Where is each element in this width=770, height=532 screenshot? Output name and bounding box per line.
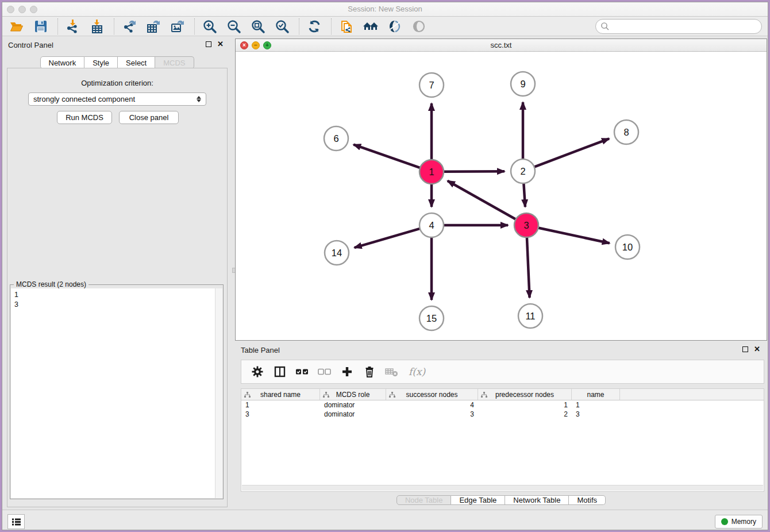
float-panel-icon[interactable] (206, 41, 211, 47)
add-icon[interactable] (340, 365, 354, 379)
graph-node-2[interactable]: 2 (511, 159, 535, 183)
search-box[interactable] (595, 19, 762, 34)
result-line: 3 (14, 300, 219, 310)
toolbar-separator (299, 18, 299, 34)
export-table-icon[interactable] (145, 18, 162, 35)
clone-network-icon[interactable] (338, 18, 355, 35)
node-table: shared name MCDS role successor nodes pr… (241, 388, 764, 492)
hierarchy-icon (389, 392, 395, 398)
graph-node-14[interactable]: 14 (325, 241, 349, 265)
column-header-successor-nodes[interactable]: successor nodes (386, 389, 478, 400)
hierarchy-icon (481, 392, 487, 398)
zoom-out-icon[interactable] (225, 18, 242, 35)
import-table-icon[interactable] (88, 18, 106, 35)
result-scrollbar[interactable] (215, 288, 222, 498)
graph-node-10[interactable]: 10 (615, 235, 640, 259)
graph-node-1[interactable]: 1 (419, 160, 444, 184)
network-graph[interactable]: 7968124314101511 (236, 52, 767, 340)
svg-text:3: 3 (523, 220, 529, 230)
network-window-titlebar[interactable]: × − + scc.txt (236, 39, 767, 52)
close-panel-button[interactable]: Close panel (119, 111, 179, 124)
optimization-criterion-dropdown[interactable]: strongly connected component (28, 92, 206, 106)
control-panel: Control Panel ✕ Network Style Select MCD… (2, 36, 232, 510)
optimization-criterion-label: Optimization criterion: (7, 79, 227, 87)
function-builder-icon[interactable]: f(x) (407, 365, 429, 379)
svg-text:11: 11 (525, 311, 535, 321)
svg-text:15: 15 (426, 313, 437, 323)
table-panel-title: Table Panel (241, 346, 280, 354)
column-header-name[interactable]: name (572, 389, 620, 400)
open-file-icon[interactable] (8, 18, 25, 35)
graph-node-8[interactable]: 8 (614, 120, 638, 144)
tab-edge-table[interactable]: Edge Table (451, 495, 505, 505)
home-icon[interactable] (362, 18, 379, 35)
network-window-title: scc.txt (236, 41, 767, 49)
apply-style-icon[interactable] (386, 18, 403, 35)
tab-node-table[interactable]: Node Table (396, 495, 452, 505)
memory-button[interactable]: Memory (715, 515, 763, 529)
import-network-icon[interactable] (64, 18, 82, 35)
close-panel-icon[interactable]: ✕ (217, 41, 224, 47)
tab-network-table[interactable]: Network Table (505, 495, 569, 505)
export-network-icon[interactable] (121, 18, 138, 35)
hierarchy-icon (244, 392, 251, 398)
graph-node-11[interactable]: 11 (518, 304, 542, 328)
columns-icon[interactable] (273, 365, 287, 379)
list-icon (11, 518, 21, 526)
run-mcds-button[interactable]: Run MCDS (57, 111, 112, 124)
deselect-all-icon[interactable] (318, 365, 332, 379)
tab-style[interactable]: Style (84, 56, 118, 69)
export-image-icon[interactable] (169, 18, 186, 35)
mcds-result-title: MCDS result (2 nodes) (14, 280, 88, 288)
dropdown-value: strongly connected component (33, 95, 135, 103)
network-canvas[interactable]: 7968124314101511 (236, 52, 767, 340)
settings-gear-icon[interactable] (251, 365, 264, 379)
mcds-result-area[interactable]: 1 3 (11, 288, 222, 498)
tab-select[interactable]: Select (118, 56, 155, 69)
tab-network[interactable]: Network (40, 56, 84, 69)
task-history-button[interactable] (7, 514, 25, 529)
graph-node-4[interactable]: 4 (419, 213, 444, 237)
table-toolbar: f(x) (241, 360, 764, 384)
cell-mcds-role: dominator (320, 410, 386, 419)
graph-node-15[interactable]: 15 (419, 306, 444, 330)
toolbar-separator (194, 18, 195, 34)
title-bar: Session: New Session (2, 2, 768, 17)
table-row[interactable]: 3 dominator 3 2 3 (241, 410, 764, 419)
zoom-in-icon[interactable] (201, 18, 218, 35)
float-table-panel-icon[interactable] (742, 346, 748, 352)
save-session-icon[interactable] (32, 18, 49, 35)
graph-node-7[interactable]: 7 (419, 73, 444, 97)
select-all-icon[interactable] (295, 365, 309, 379)
search-input[interactable] (613, 22, 761, 31)
table-horizontal-scrollbar[interactable] (242, 485, 763, 491)
delete-table-icon[interactable] (385, 365, 399, 379)
column-header-shared-name[interactable]: shared name (241, 389, 320, 400)
cell-predecessor-nodes: 2 (478, 410, 572, 419)
column-header-predecessor-nodes[interactable]: predecessor nodes (478, 389, 572, 400)
search-icon (600, 22, 610, 31)
cell-successor-nodes: 4 (386, 400, 478, 410)
svg-text:f(x): f(x) (409, 366, 426, 377)
zoom-fit-icon[interactable] (249, 18, 267, 35)
svg-text:8: 8 (623, 127, 629, 137)
cell-shared-name: 1 (241, 400, 320, 410)
svg-text:6: 6 (333, 133, 338, 144)
zoom-selected-icon[interactable] (274, 18, 291, 35)
close-table-panel-icon[interactable]: ✕ (754, 346, 760, 352)
status-bar: Memory (2, 510, 768, 530)
column-header-mcds-role[interactable]: MCDS role (320, 389, 386, 400)
graph-node-9[interactable]: 9 (511, 72, 535, 96)
graph-node-6[interactable]: 6 (324, 126, 348, 151)
cell-predecessor-nodes: 1 (478, 400, 572, 410)
tab-motifs[interactable]: Motifs (569, 495, 606, 505)
hierarchy-icon (323, 392, 329, 398)
refresh-icon[interactable] (306, 18, 323, 35)
tab-mcds[interactable]: MCDS (155, 56, 194, 69)
cell-name: 1 (572, 400, 620, 410)
svg-text:14: 14 (332, 248, 342, 258)
trash-icon[interactable] (363, 365, 376, 379)
eye-disabled-icon[interactable] (410, 18, 428, 35)
graph-node-3[interactable]: 3 (514, 213, 538, 237)
table-row[interactable]: 1 dominator 4 1 1 (241, 400, 764, 410)
